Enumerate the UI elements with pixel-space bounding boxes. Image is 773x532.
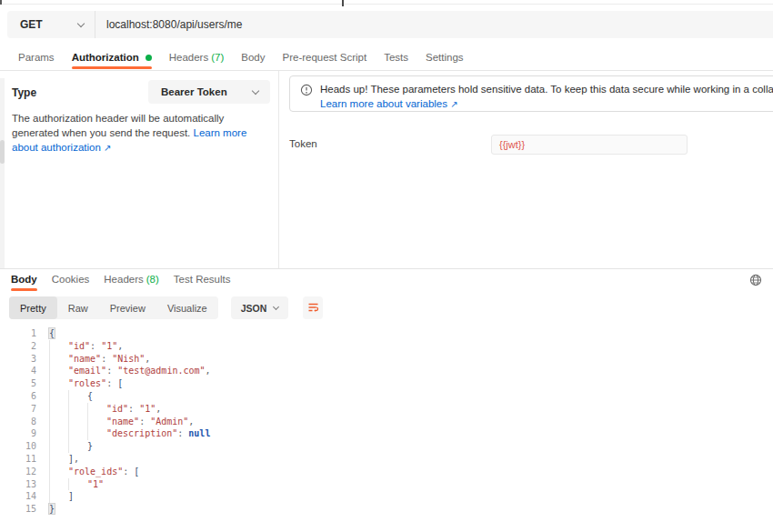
indent-guide [49, 403, 68, 416]
line-number: 6 [0, 390, 36, 403]
line-number: 7 [0, 403, 36, 416]
method-select[interactable]: GET [7, 11, 95, 38]
tab-headers[interactable]: Headers (7) [169, 52, 225, 63]
view-visualize[interactable]: Visualize [156, 296, 218, 319]
tab-label: Test Results [174, 274, 231, 285]
tab-response-body[interactable]: Body [11, 274, 37, 285]
active-tab-underline [72, 66, 152, 69]
tab-response-headers[interactable]: Headers (8) [104, 274, 159, 285]
view-raw[interactable]: Raw [57, 296, 99, 319]
code-block[interactable]: 1{2"id": "1",3"name": "Nish",4"email": "… [0, 327, 773, 516]
tab-label: Headers [104, 274, 143, 285]
tab-label: Body [11, 274, 37, 285]
tab-label: Pre-request Script [282, 52, 366, 63]
globe-icon[interactable] [749, 274, 762, 290]
indent-guide [49, 353, 68, 366]
indent-guide [68, 440, 87, 453]
tab-pre-request-script[interactable]: Pre-request Script [282, 52, 366, 63]
indent-guide [49, 466, 68, 478]
tab-tests[interactable]: Tests [384, 52, 408, 63]
auth-type-select[interactable]: Bearer Token [148, 80, 270, 104]
indent-guide [68, 478, 87, 491]
code-line: 11], [0, 453, 773, 466]
tab-authorization[interactable]: Authorization [72, 52, 152, 63]
code-line: 10} [0, 440, 773, 453]
indent-guide [68, 427, 87, 440]
code-line: 14] [0, 490, 773, 503]
url-input[interactable]: localhost:8080/api/users/me [95, 18, 242, 31]
scrollbar-thumb[interactable] [0, 140, 5, 164]
indent-guide [49, 377, 68, 390]
indent-guide [68, 403, 87, 416]
indent-guide [68, 416, 87, 428]
wrap-text-button[interactable] [303, 296, 323, 319]
tab-label: Body [241, 52, 265, 63]
format-select[interactable]: JSON [231, 296, 289, 319]
format-value: JSON [241, 303, 267, 314]
token-input[interactable]: {{jwt}} [491, 135, 688, 155]
top-divider [0, 4, 773, 5]
auth-type-value: Bearer Token [161, 86, 227, 97]
line-number: 2 [0, 340, 36, 353]
line-number: 9 [0, 427, 36, 440]
chevron-down-icon [77, 19, 85, 26]
token-value: {{jwt}} [499, 139, 525, 150]
tab-response-cookies[interactable]: Cookies [52, 274, 90, 285]
code-line: 1{ [0, 327, 773, 340]
response-panel: Body Cookies Headers (8) Test Results Pr… [0, 269, 773, 532]
banner-text: Heads up! These parameters hold sensitiv… [320, 84, 773, 95]
wrap-text-icon [307, 302, 319, 314]
indent-guide [49, 453, 68, 466]
line-number: 1 [0, 327, 36, 340]
tab-label: Settings [426, 52, 464, 63]
line-number: 8 [0, 416, 36, 428]
indent-guide [49, 390, 68, 403]
code-line: 3"name": "Nish", [0, 353, 773, 366]
response-view-controls: Pretty Raw Preview Visualize JSON [9, 296, 323, 319]
code-line: 7"id": "1", [0, 403, 773, 416]
url-bar: GET localhost:8080/api/users/me [7, 11, 773, 38]
auth-type-label: Type [12, 86, 36, 99]
external-link-icon: ↗ [104, 143, 111, 153]
headers-count: (8) [146, 274, 159, 285]
line-number: 3 [0, 353, 36, 366]
indent-guide [49, 340, 68, 353]
indent-guide [87, 403, 106, 416]
code-line: 2"id": "1", [0, 340, 773, 353]
tab-test-results[interactable]: Test Results [174, 274, 231, 285]
view-pretty[interactable]: Pretty [9, 296, 57, 319]
left-edge-mark [0, 0, 2, 5]
authorization-panel: Type Bearer Token The authorization head… [0, 71, 773, 268]
indent-guide [68, 390, 87, 403]
indent-guide [49, 416, 68, 428]
sensitive-data-banner: Heads up! These parameters hold sensitiv… [289, 75, 773, 112]
active-tab-underline [11, 288, 37, 291]
info-icon [300, 84, 313, 100]
indent-guide [87, 416, 106, 428]
tab-label: Tests [384, 52, 408, 63]
tab-label: Headers [169, 52, 208, 63]
postman-request-view: GET localhost:8080/api/users/me Params A… [0, 0, 773, 532]
token-label: Token [289, 138, 317, 149]
tab-params[interactable]: Params [18, 52, 55, 63]
auth-left-pane: Type Bearer Token The authorization head… [0, 71, 279, 268]
line-number: 12 [0, 466, 36, 478]
tab-settings[interactable]: Settings [426, 52, 464, 63]
tab-label: Params [18, 52, 55, 63]
vertical-scrollbar[interactable] [0, 78, 5, 268]
indent-guide [49, 427, 68, 440]
view-preview[interactable]: Preview [99, 296, 156, 319]
tab-body[interactable]: Body [241, 52, 265, 63]
indent-guide [49, 478, 68, 491]
response-tabs: Body Cookies Headers (8) Test Results [11, 274, 230, 285]
headers-count: (7) [211, 52, 224, 63]
code-line: 4"email": "test@admin.com", [0, 365, 773, 377]
line-number: 5 [0, 377, 36, 390]
chevron-down-icon [273, 304, 279, 310]
auth-description: The authorization header will be automat… [12, 111, 270, 156]
line-number: 15 [0, 503, 36, 516]
learn-more-variables-link[interactable]: Learn more about variables [320, 98, 447, 109]
pane-divider-mark [342, 0, 344, 6]
indent-guide [49, 365, 68, 377]
line-number: 14 [0, 490, 36, 503]
